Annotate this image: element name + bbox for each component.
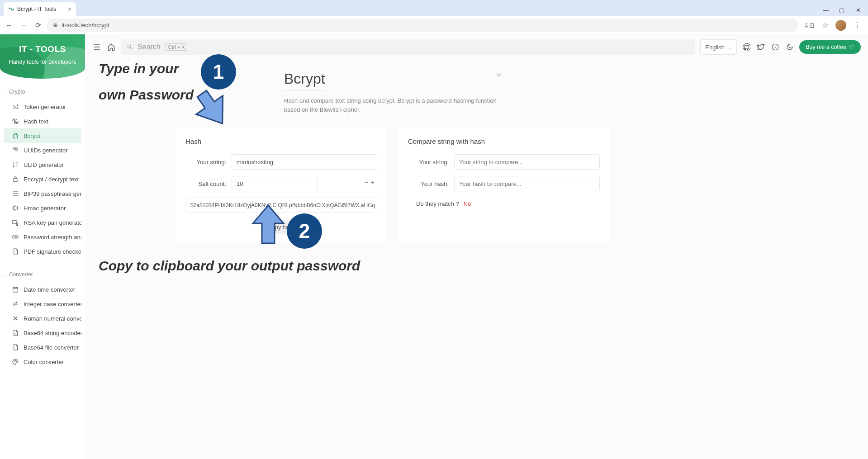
increment-button[interactable]: + (371, 179, 375, 186)
sidebar-item-base64-file[interactable]: Base64 file converter (4, 340, 81, 355)
match-answer: No (464, 200, 471, 207)
heart-icon: ♡ (849, 44, 854, 51)
theme-toggle-icon[interactable] (786, 43, 794, 51)
salt-count-label: Salt count: (185, 180, 226, 187)
sidebar-item-bip39[interactable]: BIP39 passphrase gener... (4, 186, 81, 201)
decrement-button[interactable]: − (365, 179, 368, 186)
search-shortcut: Ctrl + K (165, 43, 188, 51)
svg-point-10 (14, 361, 14, 361)
chevron-down-icon: ⌄ (4, 90, 7, 95)
sidebar-item-color[interactable]: Color converter (4, 355, 81, 369)
annotation-step1-line2: own Password (99, 87, 194, 103)
svg-point-7 (15, 237, 15, 237)
file-icon (12, 248, 19, 255)
sidebar-item-roman[interactable]: Roman numeral converter (4, 311, 81, 326)
window-controls: — ▢ ✕ (823, 7, 868, 16)
forward-icon[interactable]: → (20, 21, 27, 29)
compare-card-title: Compare string with hash (408, 137, 600, 145)
favorite-icon[interactable]: ♥ (496, 71, 501, 80)
sidebar-item-rsa[interactable]: RSA key pair generator (4, 215, 81, 230)
compare-string-input[interactable] (454, 154, 600, 170)
github-icon[interactable] (742, 43, 750, 51)
svg-point-8 (16, 237, 17, 237)
hash-card-title: Hash (185, 137, 377, 145)
info-icon[interactable] (771, 43, 779, 51)
svg-point-12 (16, 361, 17, 361)
lock-square-icon (12, 132, 19, 139)
close-window-icon[interactable]: ✕ (855, 7, 861, 14)
svg-rect-1 (14, 179, 17, 182)
browser-menu-icon[interactable]: ⋮ (854, 21, 861, 29)
calendar-icon (12, 286, 19, 293)
svg-rect-2 (14, 206, 17, 210)
back-icon[interactable]: ← (5, 21, 12, 29)
sidebar-item-date-time[interactable]: Date-time converter (4, 282, 81, 297)
your-string-input[interactable] (232, 154, 377, 170)
browser-address-bar: ← → ⟳ ⊕ it-tools.tech/bcrypt ⇩⊡ ☆ ⋮ (0, 16, 868, 34)
reload-icon[interactable]: ⟳ (35, 21, 41, 29)
search-input[interactable]: Search Ctrl + K (121, 39, 695, 55)
certificate-icon (12, 219, 19, 226)
search-placeholder: Search (138, 43, 161, 51)
eye-off-icon (12, 118, 19, 125)
annotation-badge-2: 2 (287, 213, 322, 249)
sidebar-item-token-generator[interactable]: Token generator (4, 99, 81, 114)
sidebar-item-bcrypt[interactable]: Bcrypt (4, 128, 81, 143)
file-digit-icon (12, 329, 19, 336)
install-app-icon[interactable]: ⇩⊡ (804, 22, 815, 29)
url-text: it-tools.tech/bcrypt (62, 22, 109, 28)
sort-icon (12, 161, 19, 168)
buy-coffee-button[interactable]: Buy me a coffee ♡ (799, 40, 861, 54)
close-tab-icon[interactable]: × (68, 5, 71, 13)
site-info-icon[interactable]: ⊕ (53, 22, 58, 28)
home-icon[interactable] (107, 43, 116, 52)
roman-x-icon (12, 315, 19, 322)
browser-tab-bar: Bcrypt - IT Tools × — ▢ ✕ (0, 0, 868, 16)
password-icon (12, 233, 19, 241)
sidebar-item-password-strength[interactable]: Password strength analy... (4, 230, 81, 244)
twitter-icon[interactable] (757, 43, 765, 51)
browser-tab[interactable]: Bcrypt - IT Tools × (4, 2, 76, 16)
sidebar-item-hmac[interactable]: Hmac generator (4, 201, 81, 215)
svg-point-11 (15, 360, 15, 360)
bookmark-icon[interactable]: ☆ (822, 21, 828, 29)
salt-count-input[interactable] (232, 176, 318, 191)
main-content: Search Ctrl + K English ⌄ Buy me a coffe… (85, 34, 868, 459)
chip-icon (12, 204, 19, 212)
page-title: Bcrypt (284, 71, 325, 91)
fingerprint-icon (12, 147, 19, 154)
tab-title: Bcrypt - IT Tools (17, 6, 56, 12)
sidebar-item-uuids-generator[interactable]: UUIDs generator (4, 143, 81, 157)
url-bar[interactable]: ⊕ it-tools.tech/bcrypt (47, 19, 798, 32)
sidebar-item-hash-text[interactable]: Hash text (4, 114, 81, 128)
swap-icon (12, 300, 19, 308)
match-question: Do they match ? (416, 200, 459, 207)
chevron-down-icon: ⌄ (728, 45, 732, 50)
sidebar: IT - TOOLS Handy tools for developers ⌄ … (0, 34, 85, 459)
your-string-label: Your string: (185, 159, 226, 166)
sidebar-item-ulid-generator[interactable]: ULID generator (4, 157, 81, 172)
app-subtitle: Handy tools for developers (5, 59, 81, 65)
sidebar-group-crypto[interactable]: ⌄ Crypto (0, 87, 85, 99)
svg-point-4 (16, 222, 18, 224)
palette-icon (12, 358, 19, 365)
lock-icon (12, 175, 19, 183)
chevron-down-icon: ⌄ (4, 272, 7, 277)
svg-rect-9 (13, 287, 18, 292)
maximize-icon[interactable]: ▢ (839, 7, 844, 14)
compare-hash-input[interactable] (454, 176, 600, 191)
search-icon (127, 44, 133, 50)
profile-avatar[interactable] (835, 20, 846, 31)
sidebar-item-base64-string[interactable]: Base64 string encoder/... (4, 326, 81, 340)
sidebar-item-pdf-signature[interactable]: PDF signature checker (4, 244, 81, 259)
annotation-badge-1: 1 (201, 54, 236, 90)
annotation-arrow-1 (194, 87, 234, 132)
annotation-step1-line1: Type in your (99, 61, 179, 77)
language-select[interactable]: English ⌄ (700, 39, 737, 55)
sidebar-item-integer-base[interactable]: Integer base converter (4, 297, 81, 311)
compare-card: Compare string with hash Your string: Yo… (398, 128, 610, 244)
menu-icon[interactable] (92, 43, 101, 52)
sidebar-group-converter[interactable]: ⌄ Converter (0, 270, 85, 282)
sidebar-item-encrypt-decrypt[interactable]: Encrypt / decrypt text (4, 172, 81, 186)
minimize-icon[interactable]: — (823, 7, 828, 14)
